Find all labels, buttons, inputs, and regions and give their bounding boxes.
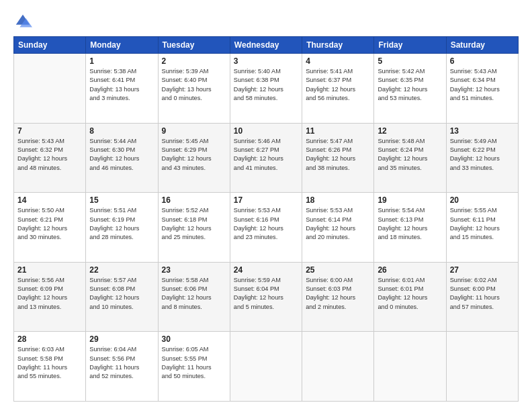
day-number: 24 [234,265,298,275]
cell-info: Sunrise: 5:41 AMSunset: 6:37 PMDaylight:… [306,67,370,103]
calendar-cell: 1Sunrise: 5:38 AMSunset: 6:41 PMDaylight… [86,54,158,124]
day-number: 18 [306,195,370,205]
calendar-week-row: 21Sunrise: 5:56 AMSunset: 6:09 PMDayligh… [14,262,519,332]
calendar-cell: 15Sunrise: 5:51 AMSunset: 6:19 PMDayligh… [86,193,158,263]
calendar-day-header: Wednesday [230,37,302,54]
cell-info: Sunrise: 5:55 AMSunset: 6:11 PMDaylight:… [450,206,515,242]
cell-info: Sunrise: 5:46 AMSunset: 6:27 PMDaylight:… [234,137,298,173]
cell-info: Sunrise: 5:47 AMSunset: 6:26 PMDaylight:… [306,137,370,173]
day-number: 14 [17,195,82,205]
calendar-cell [374,332,446,402]
cell-info: Sunrise: 6:04 AMSunset: 5:56 PMDaylight:… [89,345,154,381]
calendar-day-header: Tuesday [158,37,230,54]
cell-info: Sunrise: 5:52 AMSunset: 6:18 PMDaylight:… [162,206,226,242]
logo-icon [13,12,32,31]
day-number: 3 [234,56,298,66]
calendar-cell: 7Sunrise: 5:43 AMSunset: 6:32 PMDaylight… [14,123,86,193]
calendar-cell [446,332,518,402]
day-number: 20 [450,195,515,205]
cell-info: Sunrise: 5:49 AMSunset: 6:22 PMDaylight:… [450,137,515,173]
day-number: 23 [162,265,226,275]
cell-info: Sunrise: 5:53 AMSunset: 6:14 PMDaylight:… [306,206,370,242]
calendar-cell: 18Sunrise: 5:53 AMSunset: 6:14 PMDayligh… [302,193,374,263]
calendar-cell [230,332,302,402]
calendar-cell: 12Sunrise: 5:48 AMSunset: 6:24 PMDayligh… [374,123,446,193]
day-number: 7 [17,126,82,136]
day-number: 26 [378,265,442,275]
cell-info: Sunrise: 5:38 AMSunset: 6:41 PMDaylight:… [89,67,154,103]
cell-info: Sunrise: 5:43 AMSunset: 6:34 PMDaylight:… [450,67,515,103]
calendar-cell [302,332,374,402]
day-number: 27 [450,265,515,275]
calendar-cell: 19Sunrise: 5:54 AMSunset: 6:13 PMDayligh… [374,193,446,263]
calendar-cell: 23Sunrise: 5:58 AMSunset: 6:06 PMDayligh… [158,262,230,332]
calendar-cell: 10Sunrise: 5:46 AMSunset: 6:27 PMDayligh… [230,123,302,193]
calendar-cell: 26Sunrise: 6:01 AMSunset: 6:01 PMDayligh… [374,262,446,332]
calendar-cell: 4Sunrise: 5:41 AMSunset: 6:37 PMDaylight… [302,54,374,124]
cell-info: Sunrise: 5:56 AMSunset: 6:09 PMDaylight:… [17,276,82,312]
day-number: 4 [306,56,370,66]
calendar-week-row: 28Sunrise: 6:03 AMSunset: 5:58 PMDayligh… [14,332,519,402]
day-number: 12 [378,126,442,136]
calendar-table: SundayMondayTuesdayWednesdayThursdayFrid… [13,36,519,402]
day-number: 2 [162,56,226,66]
day-number: 11 [306,126,370,136]
calendar-cell: 17Sunrise: 5:53 AMSunset: 6:16 PMDayligh… [230,193,302,263]
day-number: 29 [89,334,154,344]
day-number: 1 [89,56,154,66]
calendar-cell: 28Sunrise: 6:03 AMSunset: 5:58 PMDayligh… [14,332,86,402]
day-number: 5 [378,56,442,66]
cell-info: Sunrise: 6:00 AMSunset: 6:03 PMDaylight:… [306,276,370,312]
cell-info: Sunrise: 5:40 AMSunset: 6:38 PMDaylight:… [234,67,298,103]
day-number: 28 [17,334,82,344]
cell-info: Sunrise: 5:51 AMSunset: 6:19 PMDaylight:… [89,206,154,242]
calendar-cell: 6Sunrise: 5:43 AMSunset: 6:34 PMDaylight… [446,54,518,124]
calendar-day-header: Saturday [446,37,518,54]
day-number: 13 [450,126,515,136]
cell-info: Sunrise: 6:05 AMSunset: 5:55 PMDaylight:… [162,345,226,381]
calendar-header-row: SundayMondayTuesdayWednesdayThursdayFrid… [14,37,519,54]
cell-info: Sunrise: 5:48 AMSunset: 6:24 PMDaylight:… [378,137,442,173]
cell-info: Sunrise: 5:44 AMSunset: 6:30 PMDaylight:… [89,137,154,173]
calendar-cell [14,54,86,124]
calendar-day-header: Friday [374,37,446,54]
cell-info: Sunrise: 5:53 AMSunset: 6:16 PMDaylight:… [234,206,298,242]
calendar-cell: 29Sunrise: 6:04 AMSunset: 5:56 PMDayligh… [86,332,158,402]
calendar-cell: 30Sunrise: 6:05 AMSunset: 5:55 PMDayligh… [158,332,230,402]
calendar-week-row: 14Sunrise: 5:50 AMSunset: 6:21 PMDayligh… [14,193,519,263]
calendar-cell: 3Sunrise: 5:40 AMSunset: 6:38 PMDaylight… [230,54,302,124]
day-number: 15 [89,195,154,205]
calendar-cell: 20Sunrise: 5:55 AMSunset: 6:11 PMDayligh… [446,193,518,263]
cell-info: Sunrise: 5:39 AMSunset: 6:40 PMDaylight:… [162,67,226,103]
logo [13,12,35,31]
day-number: 19 [378,195,442,205]
calendar-cell: 21Sunrise: 5:56 AMSunset: 6:09 PMDayligh… [14,262,86,332]
calendar-day-header: Monday [86,37,158,54]
calendar-cell: 27Sunrise: 6:02 AMSunset: 6:00 PMDayligh… [446,262,518,332]
top-section [13,12,519,31]
calendar-cell: 9Sunrise: 5:45 AMSunset: 6:29 PMDaylight… [158,123,230,193]
day-number: 21 [17,265,82,275]
calendar-cell: 11Sunrise: 5:47 AMSunset: 6:26 PMDayligh… [302,123,374,193]
calendar-day-header: Sunday [14,37,86,54]
day-number: 8 [89,126,154,136]
day-number: 17 [234,195,298,205]
day-number: 9 [162,126,226,136]
cell-info: Sunrise: 5:58 AMSunset: 6:06 PMDaylight:… [162,276,226,312]
calendar-cell: 2Sunrise: 5:39 AMSunset: 6:40 PMDaylight… [158,54,230,124]
cell-info: Sunrise: 5:54 AMSunset: 6:13 PMDaylight:… [378,206,442,242]
calendar-cell: 22Sunrise: 5:57 AMSunset: 6:08 PMDayligh… [86,262,158,332]
day-number: 16 [162,195,226,205]
page: SundayMondayTuesdayWednesdayThursdayFrid… [0,0,532,411]
calendar-week-row: 7Sunrise: 5:43 AMSunset: 6:32 PMDaylight… [14,123,519,193]
cell-info: Sunrise: 5:43 AMSunset: 6:32 PMDaylight:… [17,137,82,173]
day-number: 30 [162,334,226,344]
cell-info: Sunrise: 5:45 AMSunset: 6:29 PMDaylight:… [162,137,226,173]
cell-info: Sunrise: 5:42 AMSunset: 6:35 PMDaylight:… [378,67,442,103]
day-number: 25 [306,265,370,275]
cell-info: Sunrise: 5:50 AMSunset: 6:21 PMDaylight:… [17,206,82,242]
calendar-cell: 14Sunrise: 5:50 AMSunset: 6:21 PMDayligh… [14,193,86,263]
day-number: 6 [450,56,515,66]
calendar-cell: 13Sunrise: 5:49 AMSunset: 6:22 PMDayligh… [446,123,518,193]
calendar-week-row: 1Sunrise: 5:38 AMSunset: 6:41 PMDaylight… [14,54,519,124]
